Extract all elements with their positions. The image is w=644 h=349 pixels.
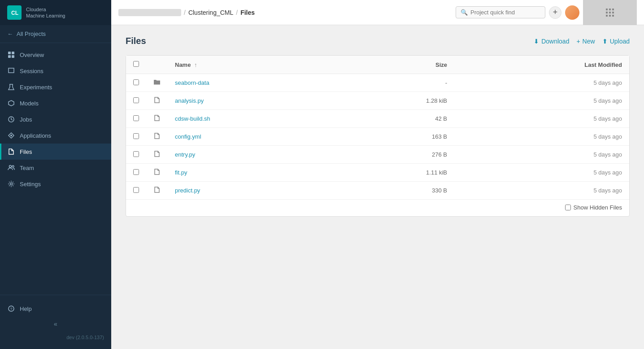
- row-name-cell: analysis.py: [168, 92, 335, 110]
- team-icon: [7, 164, 15, 172]
- file-link[interactable]: fit.py: [175, 169, 187, 176]
- table-row: predict.py330 B5 days ago: [126, 182, 629, 200]
- show-hidden-cell: Show Hidden Files: [126, 200, 629, 217]
- sort-indicator: ↑: [194, 61, 197, 68]
- select-all-checkbox[interactable]: [133, 61, 139, 67]
- row-checkbox[interactable]: [133, 97, 139, 103]
- overview-icon: [7, 51, 15, 59]
- sidebar-item-models[interactable]: Models: [0, 95, 111, 111]
- row-name-cell: predict.py: [168, 182, 335, 200]
- last-modified-header: Last Modified: [454, 56, 629, 74]
- file-link[interactable]: analysis.py: [175, 97, 204, 104]
- sidebar-item-applications[interactable]: Applications: [0, 127, 111, 144]
- new-button[interactable]: + New: [576, 38, 595, 45]
- svg-point-11: [10, 183, 13, 185]
- plus-icon: +: [576, 38, 580, 45]
- download-button[interactable]: ⬇ Download: [534, 38, 569, 45]
- row-icon-cell: [146, 146, 168, 164]
- row-checkbox-cell: [126, 146, 146, 164]
- search-input[interactable]: [470, 9, 540, 16]
- add-button[interactable]: +: [549, 6, 561, 19]
- row-checkbox[interactable]: [133, 133, 139, 139]
- svg-rect-3: [12, 52, 14, 54]
- sidebar-item-team[interactable]: Team: [0, 160, 111, 176]
- file-link[interactable]: seaborn-data: [175, 79, 209, 86]
- search-icon: 🔍: [461, 9, 468, 16]
- row-name-cell: config.yml: [168, 128, 335, 146]
- row-icon-cell: [146, 164, 168, 182]
- sidebar-item-settings[interactable]: Settings: [0, 176, 111, 192]
- help-link[interactable]: ? Help: [0, 301, 111, 317]
- applications-icon: [7, 131, 15, 140]
- sidebar-item-overview[interactable]: Overview: [0, 47, 111, 63]
- page-title: Files: [126, 36, 146, 46]
- collapse-button[interactable]: «: [0, 317, 111, 331]
- logo-text: Cloudera Machine Learning: [26, 6, 65, 19]
- version-text: dev (2.0.5.0-137): [0, 331, 111, 344]
- file-link[interactable]: predict.py: [175, 187, 200, 194]
- file-link[interactable]: cdsw-build.sh: [175, 115, 210, 122]
- row-size-cell: 163 B: [335, 128, 454, 146]
- experiments-icon: [7, 83, 15, 91]
- show-hidden-checkbox[interactable]: [565, 205, 571, 210]
- files-table: Name ↑ Size Last Modified seaborn-data-5…: [126, 56, 629, 216]
- row-checkbox[interactable]: [133, 115, 139, 121]
- breadcrumb-project[interactable]: Clustering_CML: [188, 9, 233, 16]
- search-box[interactable]: 🔍: [456, 6, 545, 18]
- svg-rect-22: [612, 15, 614, 17]
- row-checkbox[interactable]: [133, 79, 139, 85]
- row-last-modified-cell: 5 days ago: [454, 182, 629, 200]
- row-checkbox[interactable]: [133, 169, 139, 175]
- sidebar-item-sessions[interactable]: Sessions: [0, 63, 111, 79]
- upload-button[interactable]: ⬆ Upload: [602, 38, 630, 45]
- svg-rect-19: [612, 12, 614, 13]
- topbar-actions: +: [549, 5, 579, 20]
- sidebar-item-files[interactable]: Files: [0, 144, 111, 160]
- file-icon: [153, 150, 161, 157]
- row-icon-cell: [146, 110, 168, 128]
- table-row: cdsw-build.sh42 B5 days ago: [126, 110, 629, 128]
- download-icon: ⬇: [534, 38, 539, 45]
- row-size-cell: -: [335, 74, 454, 92]
- svg-rect-14: [606, 9, 608, 10]
- file-icon: [153, 168, 161, 175]
- sessions-icon: [7, 67, 15, 75]
- file-link[interactable]: config.yml: [175, 133, 201, 140]
- sidebar-logo: CL Cloudera Machine Learning: [0, 0, 111, 25]
- sidebar-item-label-overview: Overview: [20, 52, 44, 58]
- row-last-modified-cell: 5 days ago: [454, 110, 629, 128]
- all-projects-link[interactable]: ← All Projects: [0, 25, 111, 43]
- folder-icon: [153, 79, 161, 86]
- sidebar-item-jobs[interactable]: Jobs: [0, 111, 111, 127]
- file-link[interactable]: entry.py: [175, 151, 195, 158]
- svg-point-8: [10, 135, 12, 136]
- row-checkbox[interactable]: [133, 187, 139, 193]
- sidebar-item-experiments[interactable]: Experiments: [0, 79, 111, 95]
- table-row: seaborn-data-5 days ago: [126, 74, 629, 92]
- row-name-cell: fit.py: [168, 164, 335, 182]
- file-icon: [153, 96, 161, 104]
- row-checkbox[interactable]: [133, 151, 139, 157]
- topbar: / Clustering_CML / Files 🔍 +: [111, 0, 644, 25]
- size-header: Size: [335, 56, 454, 74]
- page-content: Files ⬇ Download + New ⬆ Upload: [111, 25, 644, 349]
- files-table-header: Name ↑ Size Last Modified: [126, 56, 629, 74]
- table-row: config.yml163 B5 days ago: [126, 128, 629, 146]
- sidebar-item-label-sessions: Sessions: [20, 68, 44, 74]
- show-hidden-label[interactable]: Show Hidden Files: [565, 204, 622, 211]
- svg-rect-20: [606, 15, 608, 17]
- svg-rect-21: [609, 15, 611, 17]
- svg-rect-15: [609, 9, 611, 10]
- name-header[interactable]: Name ↑: [168, 56, 335, 74]
- svg-rect-5: [12, 55, 14, 58]
- row-checkbox-cell: [126, 182, 146, 200]
- files-table-wrapper: Name ↑ Size Last Modified seaborn-data-5…: [126, 55, 630, 217]
- table-row: fit.py1.11 kiB5 days ago: [126, 164, 629, 182]
- settings-icon: [7, 180, 15, 188]
- type-header: [146, 56, 168, 74]
- table-row: analysis.py1.28 kiB5 days ago: [126, 92, 629, 110]
- row-last-modified-cell: 5 days ago: [454, 128, 629, 146]
- avatar[interactable]: [565, 5, 579, 20]
- row-checkbox-cell: [126, 92, 146, 110]
- svg-text:CL: CL: [11, 10, 18, 16]
